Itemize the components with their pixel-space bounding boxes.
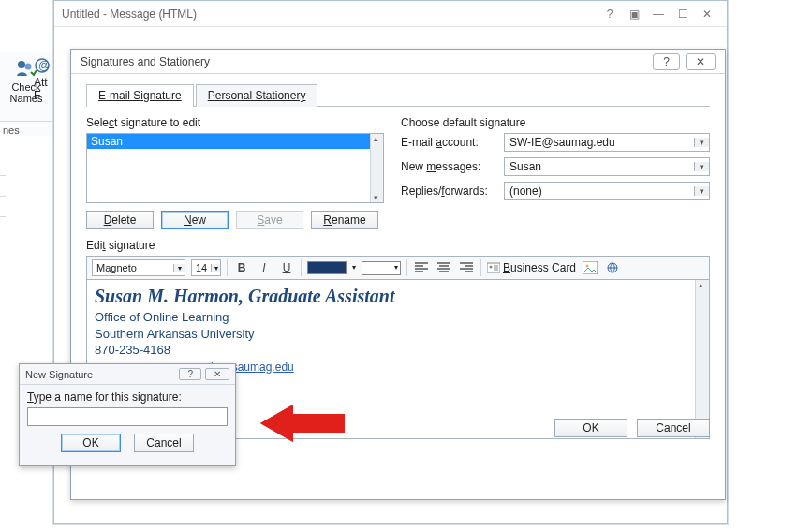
svg-point-7 xyxy=(586,265,589,268)
signature-line: Office of Online Learning xyxy=(95,309,701,326)
minimize-icon[interactable]: — xyxy=(646,7,671,21)
new-signature-close-button[interactable]: ✕ xyxy=(205,368,229,380)
select-signature-label: Select signature to edit xyxy=(86,116,384,129)
save-button: Save xyxy=(236,211,303,229)
highlight-color-button[interactable]: ▾ xyxy=(362,261,401,275)
underline-button[interactable]: U xyxy=(278,259,295,276)
font-size-combo[interactable]: 14▾ xyxy=(191,259,221,276)
italic-button[interactable]: I xyxy=(256,259,273,276)
message-title: Untitled - Message (HTML) xyxy=(62,7,598,21)
business-card-icon xyxy=(487,262,500,273)
rename-button[interactable]: Rename xyxy=(311,211,378,229)
dialog-help-button[interactable]: ? xyxy=(653,53,680,70)
dialog-ok-button[interactable]: OK xyxy=(554,419,627,437)
new-signature-cancel-button[interactable]: Cancel xyxy=(134,434,194,452)
svg-point-0 xyxy=(18,61,25,68)
att-button[interactable]: @ Att F xyxy=(34,57,51,102)
align-center-button[interactable] xyxy=(436,259,452,276)
align-right-button[interactable] xyxy=(458,259,475,276)
svg-text:@: @ xyxy=(38,59,50,72)
new-signature-ok-button[interactable]: OK xyxy=(61,434,121,452)
tab-email-signature[interactable]: E-mail Signature xyxy=(86,84,194,107)
account-label: E-mail account: xyxy=(401,136,504,149)
new-messages-label: New messages: xyxy=(401,160,504,173)
svg-point-5 xyxy=(490,266,493,269)
message-titlebar: Untitled - Message (HTML) ? ▣ — ☐ ✕ xyxy=(54,1,727,27)
font-combo[interactable]: Magneto▾ xyxy=(92,259,185,276)
new-signature-help-button[interactable]: ? xyxy=(179,368,201,380)
ribbon-toggle-icon[interactable]: ▣ xyxy=(622,7,646,21)
account-combo[interactable]: SW-IE@saumag.edu▾ xyxy=(504,133,710,152)
red-arrow-annotation xyxy=(260,400,345,449)
tab-personal-stationery[interactable]: Personal Stationery xyxy=(196,84,318,107)
align-left-button[interactable] xyxy=(413,259,430,276)
signature-line: 870-235-4168 xyxy=(95,342,701,359)
new-signature-title: New Signature xyxy=(25,369,175,380)
list-item[interactable]: Susan xyxy=(87,134,370,149)
defaults-header: Choose default signature xyxy=(401,116,710,129)
dialog-title: Signatures and Stationery xyxy=(81,55,647,68)
editor-scrollbar[interactable] xyxy=(695,280,709,438)
dialog-close-button[interactable]: ✕ xyxy=(686,53,716,70)
new-signature-titlebar: New Signature ? ✕ xyxy=(20,364,235,385)
help-icon[interactable]: ? xyxy=(598,7,622,21)
signature-line: Southern Arkansas University xyxy=(95,326,701,343)
new-signature-input[interactable] xyxy=(27,407,228,426)
svg-marker-9 xyxy=(260,405,345,442)
svg-point-1 xyxy=(25,64,32,70)
replies-label: Replies/forwards: xyxy=(401,184,504,198)
new-signature-dialog: New Signature ? ✕ Type a name for this s… xyxy=(19,363,236,466)
font-color-button[interactable]: ▾ xyxy=(307,261,347,274)
signature-listbox[interactable]: Susan xyxy=(86,133,384,203)
replies-combo[interactable]: (none)▾ xyxy=(504,182,710,200)
business-card-button[interactable]: Business Card xyxy=(487,261,576,274)
picture-button[interactable] xyxy=(582,259,598,276)
dialog-cancel-button[interactable]: Cancel xyxy=(637,419,710,437)
dialog-tabs: E-mail Signature Personal Stationery xyxy=(86,83,710,107)
new-button[interactable]: New xyxy=(161,211,229,229)
new-messages-combo[interactable]: Susan▾ xyxy=(504,157,710,176)
svg-rect-6 xyxy=(583,261,598,274)
new-signature-label: Type a name for this signature: xyxy=(27,390,228,404)
listbox-scrollbar[interactable] xyxy=(370,134,383,202)
ribbon-fragment: Check Names @ Att F nes xyxy=(0,52,53,136)
close-icon[interactable]: ✕ xyxy=(695,7,719,21)
delete-button[interactable]: Delete xyxy=(86,211,154,229)
ribbon-group-label: nes xyxy=(0,121,52,136)
at-icon: @ xyxy=(34,57,51,74)
dialog-titlebar: Signatures and Stationery ? ✕ xyxy=(71,50,725,74)
signature-name-line: Susan M. Harmon, Graduate Assistant xyxy=(95,286,701,307)
hyperlink-button[interactable] xyxy=(604,259,621,276)
maximize-icon[interactable]: ☐ xyxy=(671,7,695,21)
edit-signature-label: Edit signature xyxy=(86,239,710,252)
bold-button[interactable]: B xyxy=(233,259,250,276)
editor-toolbar: Magneto▾ 14▾ B I U ▾ ▾ Business Card xyxy=(86,256,710,280)
